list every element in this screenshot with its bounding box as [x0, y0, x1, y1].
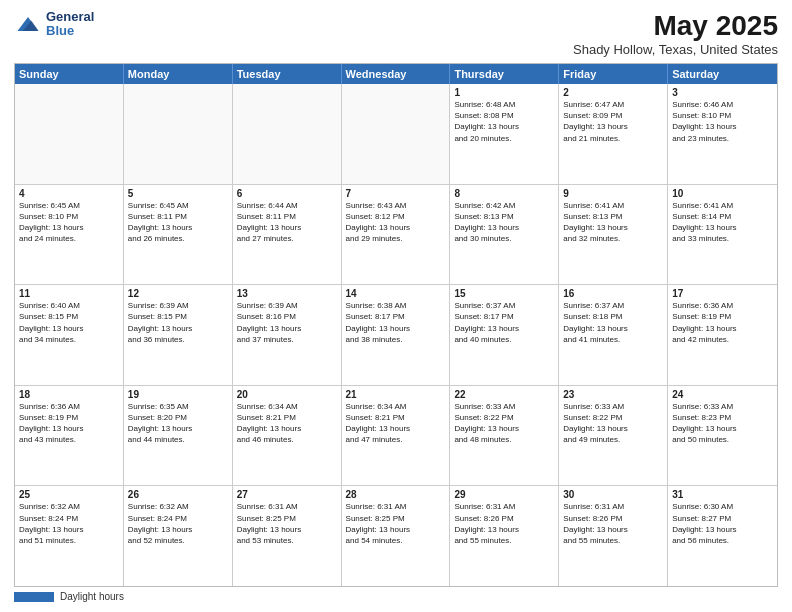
day-number: 8: [454, 188, 554, 199]
title-block: May 2025 Shady Hollow, Texas, United Sta…: [573, 10, 778, 57]
footer: Daylight hours: [14, 591, 778, 602]
day-number: 25: [19, 489, 119, 500]
day-number: 5: [128, 188, 228, 199]
weekday-header-tuesday: Tuesday: [233, 64, 342, 84]
location: Shady Hollow, Texas, United States: [573, 42, 778, 57]
day-number: 14: [346, 288, 446, 299]
cell-info: Sunrise: 6:39 AM Sunset: 8:15 PM Dayligh…: [128, 300, 228, 345]
cell-info: Sunrise: 6:33 AM Sunset: 8:23 PM Dayligh…: [672, 401, 773, 446]
calendar: SundayMondayTuesdayWednesdayThursdayFrid…: [14, 63, 778, 587]
header: General Blue May 2025 Shady Hollow, Texa…: [14, 10, 778, 57]
month-title: May 2025: [573, 10, 778, 42]
cell-info: Sunrise: 6:39 AM Sunset: 8:16 PM Dayligh…: [237, 300, 337, 345]
day-number: 18: [19, 389, 119, 400]
calendar-cell-day-4: 4Sunrise: 6:45 AM Sunset: 8:10 PM Daylig…: [15, 185, 124, 285]
day-number: 28: [346, 489, 446, 500]
footer-label: Daylight hours: [60, 591, 124, 602]
cell-info: Sunrise: 6:30 AM Sunset: 8:27 PM Dayligh…: [672, 501, 773, 546]
day-number: 12: [128, 288, 228, 299]
cell-info: Sunrise: 6:45 AM Sunset: 8:11 PM Dayligh…: [128, 200, 228, 245]
cell-info: Sunrise: 6:36 AM Sunset: 8:19 PM Dayligh…: [672, 300, 773, 345]
day-number: 20: [237, 389, 337, 400]
cell-info: Sunrise: 6:34 AM Sunset: 8:21 PM Dayligh…: [346, 401, 446, 446]
day-number: 7: [346, 188, 446, 199]
calendar-row-0: 1Sunrise: 6:48 AM Sunset: 8:08 PM Daylig…: [15, 84, 777, 185]
cell-info: Sunrise: 6:41 AM Sunset: 8:13 PM Dayligh…: [563, 200, 663, 245]
calendar-body: 1Sunrise: 6:48 AM Sunset: 8:08 PM Daylig…: [15, 84, 777, 586]
calendar-header: SundayMondayTuesdayWednesdayThursdayFrid…: [15, 64, 777, 84]
cell-info: Sunrise: 6:31 AM Sunset: 8:26 PM Dayligh…: [454, 501, 554, 546]
calendar-cell-day-16: 16Sunrise: 6:37 AM Sunset: 8:18 PM Dayli…: [559, 285, 668, 385]
calendar-cell-empty: [342, 84, 451, 184]
calendar-cell-day-24: 24Sunrise: 6:33 AM Sunset: 8:23 PM Dayli…: [668, 386, 777, 486]
calendar-cell-day-31: 31Sunrise: 6:30 AM Sunset: 8:27 PM Dayli…: [668, 486, 777, 586]
calendar-cell-day-1: 1Sunrise: 6:48 AM Sunset: 8:08 PM Daylig…: [450, 84, 559, 184]
calendar-cell-day-8: 8Sunrise: 6:42 AM Sunset: 8:13 PM Daylig…: [450, 185, 559, 285]
calendar-cell-day-25: 25Sunrise: 6:32 AM Sunset: 8:24 PM Dayli…: [15, 486, 124, 586]
calendar-cell-day-21: 21Sunrise: 6:34 AM Sunset: 8:21 PM Dayli…: [342, 386, 451, 486]
cell-info: Sunrise: 6:48 AM Sunset: 8:08 PM Dayligh…: [454, 99, 554, 144]
calendar-row-4: 25Sunrise: 6:32 AM Sunset: 8:24 PM Dayli…: [15, 486, 777, 586]
calendar-cell-day-10: 10Sunrise: 6:41 AM Sunset: 8:14 PM Dayli…: [668, 185, 777, 285]
calendar-cell-day-18: 18Sunrise: 6:36 AM Sunset: 8:19 PM Dayli…: [15, 386, 124, 486]
calendar-cell-day-9: 9Sunrise: 6:41 AM Sunset: 8:13 PM Daylig…: [559, 185, 668, 285]
cell-info: Sunrise: 6:40 AM Sunset: 8:15 PM Dayligh…: [19, 300, 119, 345]
cell-info: Sunrise: 6:41 AM Sunset: 8:14 PM Dayligh…: [672, 200, 773, 245]
day-number: 24: [672, 389, 773, 400]
daylight-bar-icon: [14, 592, 54, 602]
cell-info: Sunrise: 6:38 AM Sunset: 8:17 PM Dayligh…: [346, 300, 446, 345]
cell-info: Sunrise: 6:33 AM Sunset: 8:22 PM Dayligh…: [454, 401, 554, 446]
day-number: 11: [19, 288, 119, 299]
weekday-header-friday: Friday: [559, 64, 668, 84]
calendar-cell-day-11: 11Sunrise: 6:40 AM Sunset: 8:15 PM Dayli…: [15, 285, 124, 385]
calendar-cell-day-3: 3Sunrise: 6:46 AM Sunset: 8:10 PM Daylig…: [668, 84, 777, 184]
day-number: 13: [237, 288, 337, 299]
calendar-cell-day-19: 19Sunrise: 6:35 AM Sunset: 8:20 PM Dayli…: [124, 386, 233, 486]
day-number: 15: [454, 288, 554, 299]
cell-info: Sunrise: 6:45 AM Sunset: 8:10 PM Dayligh…: [19, 200, 119, 245]
day-number: 30: [563, 489, 663, 500]
day-number: 29: [454, 489, 554, 500]
calendar-cell-day-15: 15Sunrise: 6:37 AM Sunset: 8:17 PM Dayli…: [450, 285, 559, 385]
calendar-cell-empty: [15, 84, 124, 184]
weekday-header-wednesday: Wednesday: [342, 64, 451, 84]
cell-info: Sunrise: 6:31 AM Sunset: 8:25 PM Dayligh…: [237, 501, 337, 546]
calendar-row-2: 11Sunrise: 6:40 AM Sunset: 8:15 PM Dayli…: [15, 285, 777, 386]
day-number: 3: [672, 87, 773, 98]
cell-info: Sunrise: 6:33 AM Sunset: 8:22 PM Dayligh…: [563, 401, 663, 446]
day-number: 17: [672, 288, 773, 299]
day-number: 16: [563, 288, 663, 299]
logo: General Blue: [14, 10, 94, 39]
cell-info: Sunrise: 6:37 AM Sunset: 8:17 PM Dayligh…: [454, 300, 554, 345]
cell-info: Sunrise: 6:31 AM Sunset: 8:25 PM Dayligh…: [346, 501, 446, 546]
cell-info: Sunrise: 6:44 AM Sunset: 8:11 PM Dayligh…: [237, 200, 337, 245]
day-number: 9: [563, 188, 663, 199]
day-number: 10: [672, 188, 773, 199]
calendar-row-1: 4Sunrise: 6:45 AM Sunset: 8:10 PM Daylig…: [15, 185, 777, 286]
cell-info: Sunrise: 6:42 AM Sunset: 8:13 PM Dayligh…: [454, 200, 554, 245]
calendar-cell-day-12: 12Sunrise: 6:39 AM Sunset: 8:15 PM Dayli…: [124, 285, 233, 385]
calendar-cell-day-5: 5Sunrise: 6:45 AM Sunset: 8:11 PM Daylig…: [124, 185, 233, 285]
calendar-cell-day-26: 26Sunrise: 6:32 AM Sunset: 8:24 PM Dayli…: [124, 486, 233, 586]
calendar-cell-day-23: 23Sunrise: 6:33 AM Sunset: 8:22 PM Dayli…: [559, 386, 668, 486]
cell-info: Sunrise: 6:32 AM Sunset: 8:24 PM Dayligh…: [128, 501, 228, 546]
day-number: 27: [237, 489, 337, 500]
day-number: 22: [454, 389, 554, 400]
cell-info: Sunrise: 6:32 AM Sunset: 8:24 PM Dayligh…: [19, 501, 119, 546]
calendar-cell-day-7: 7Sunrise: 6:43 AM Sunset: 8:12 PM Daylig…: [342, 185, 451, 285]
day-number: 19: [128, 389, 228, 400]
calendar-cell-empty: [124, 84, 233, 184]
weekday-header-monday: Monday: [124, 64, 233, 84]
calendar-cell-day-17: 17Sunrise: 6:36 AM Sunset: 8:19 PM Dayli…: [668, 285, 777, 385]
cell-info: Sunrise: 6:47 AM Sunset: 8:09 PM Dayligh…: [563, 99, 663, 144]
page: General Blue May 2025 Shady Hollow, Texa…: [0, 0, 792, 612]
day-number: 26: [128, 489, 228, 500]
logo-icon: [14, 10, 42, 38]
calendar-cell-empty: [233, 84, 342, 184]
calendar-cell-day-29: 29Sunrise: 6:31 AM Sunset: 8:26 PM Dayli…: [450, 486, 559, 586]
day-number: 2: [563, 87, 663, 98]
calendar-cell-day-6: 6Sunrise: 6:44 AM Sunset: 8:11 PM Daylig…: [233, 185, 342, 285]
day-number: 21: [346, 389, 446, 400]
logo-general: General: [46, 9, 94, 24]
weekday-header-saturday: Saturday: [668, 64, 777, 84]
